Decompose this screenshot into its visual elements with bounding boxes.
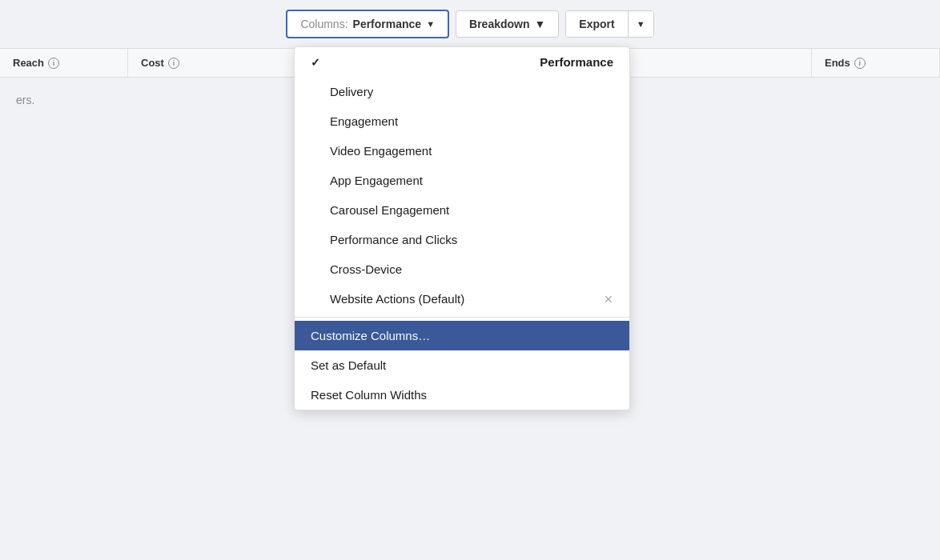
- breakdown-label: Breakdown: [469, 18, 529, 30]
- columns-label-prefix: Columns:: [300, 18, 347, 30]
- breakdown-arrow-icon: ▼: [535, 18, 546, 30]
- dropdown-item-delivery[interactable]: Delivery: [295, 77, 629, 106]
- export-group: Export ▼: [565, 10, 653, 38]
- check-icon: ✓: [311, 56, 320, 69]
- dropdown-item-video-engagement-label: Video Engagement: [330, 144, 432, 158]
- columns-arrow-icon: ▼: [426, 19, 435, 29]
- set-default-label: Set as Default: [311, 358, 386, 372]
- empty-state-text: ers.: [16, 94, 34, 106]
- reset-widths-label: Reset Column Widths: [311, 388, 427, 402]
- dropdown-item-engagement[interactable]: Engagement: [295, 106, 629, 136]
- export-button[interactable]: Export: [566, 11, 628, 37]
- ends-info-icon[interactable]: i: [854, 58, 866, 69]
- cost-info-icon[interactable]: i: [168, 58, 179, 69]
- column-header-ends: Ends i: [812, 49, 940, 77]
- dropdown-item-performance-clicks-label: Performance and Clicks: [330, 233, 457, 246]
- customize-columns-label: Customize Columns…: [311, 329, 430, 342]
- reach-info-icon[interactable]: i: [48, 58, 59, 69]
- cost-label: Cost: [141, 57, 164, 69]
- column-header-reach: Reach i: [0, 49, 128, 77]
- columns-label-value: Performance: [353, 18, 422, 30]
- columns-dropdown: ✓ Performance Delivery Engagement Video …: [294, 46, 630, 410]
- dropdown-item-performance-clicks[interactable]: Performance and Clicks: [295, 225, 629, 254]
- dropdown-item-customize[interactable]: Customize Columns…: [295, 321, 629, 350]
- dropdown-item-carousel-engagement[interactable]: Carousel Engagement: [295, 195, 629, 225]
- dropdown-item-cross-device[interactable]: Cross-Device: [295, 254, 629, 284]
- toolbar: Columns: Performance ▼ Breakdown ▼ Expor…: [0, 0, 940, 48]
- dropdown-item-app-engagement-label: App Engagement: [330, 174, 423, 187]
- breakdown-button[interactable]: Breakdown ▼: [456, 10, 559, 38]
- dropdown-item-video-engagement[interactable]: Video Engagement: [295, 136, 629, 166]
- dropdown-item-performance-label: Performance: [540, 55, 613, 69]
- dropdown-divider-1: [295, 317, 629, 318]
- dropdown-item-website-actions[interactable]: Website Actions (Default) ✕: [295, 284, 629, 314]
- ends-label: Ends: [825, 57, 850, 69]
- dropdown-item-engagement-label: Engagement: [330, 114, 398, 128]
- dropdown-item-set-default[interactable]: Set as Default: [295, 350, 629, 380]
- columns-button[interactable]: Columns: Performance ▼: [286, 10, 449, 38]
- dropdown-item-carousel-engagement-label: Carousel Engagement: [330, 203, 449, 217]
- dropdown-item-website-actions-label: Website Actions (Default): [330, 292, 464, 306]
- dropdown-item-delivery-label: Delivery: [330, 85, 373, 98]
- export-dropdown-button[interactable]: ▼: [629, 11, 653, 37]
- dropdown-item-performance[interactable]: ✓ Performance: [295, 47, 629, 77]
- remove-website-actions-icon[interactable]: ✕: [604, 293, 613, 306]
- dropdown-item-reset-widths[interactable]: Reset Column Widths: [295, 380, 629, 410]
- dropdown-item-app-engagement[interactable]: App Engagement: [295, 166, 629, 195]
- dropdown-item-cross-device-label: Cross-Device: [330, 262, 402, 276]
- reach-label: Reach: [13, 57, 44, 69]
